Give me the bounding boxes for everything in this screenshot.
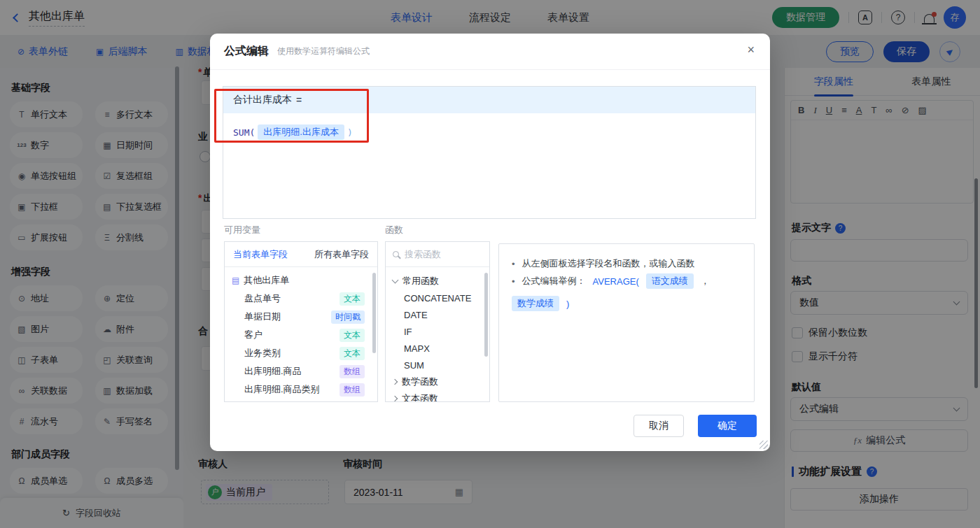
function-group-text[interactable]: 文本函数 [386,390,489,402]
variable-row[interactable]: 业务类别文本 [225,344,377,362]
cancel-button[interactable]: 取消 [634,415,684,437]
function-name: DATE [404,310,428,320]
tab-all-form-fields[interactable]: 所有表单字段 [314,248,369,261]
type-badge: 数组 [340,383,365,397]
variable-name: 客户 [244,329,262,341]
function-name: IF [404,327,412,337]
help-line-2: 公式编辑举例：AVERAGE(语文成绩，数学成绩) [512,273,741,311]
function-name: MAPX [404,343,430,354]
variable-row[interactable]: 盘点单号文本 [225,290,377,308]
help-line-1: 从左侧面板选择字段名和函数，或输入函数 [512,254,741,273]
tree-root-row[interactable]: ▤ 其他出库单 [225,271,377,290]
variable-row[interactable]: 出库明细.商品数组 [225,362,377,380]
variable-name: 出库明细.商品类别 [244,383,320,396]
type-badge: 时间戳 [331,311,365,324]
formula-function-open: SUM( [233,127,255,138]
confirm-button[interactable]: 确定 [698,415,757,437]
function-name: SUM [404,360,424,371]
group-label: 数学函数 [402,376,438,388]
close-icon[interactable]: × [747,43,755,56]
functions-tree: 常用函数 CONCATENATE DATE IF MAPX SUM 数学函数 文… [386,267,489,402]
type-badge: 数组 [340,365,365,378]
variables-tabs: 当前表单字段 所有表单字段 [225,242,377,267]
variables-scrollbar[interactable] [372,273,376,353]
formula-target-field: 合计出库成本 [233,94,292,106]
function-group-common[interactable]: 常用函数 [386,273,489,290]
formula-help-panel: 从左侧面板选择字段名和函数，或输入函数 公式编辑举例：AVERAGE(语文成绩，… [498,243,755,402]
variable-row[interactable]: 出库明细.商品类别数组 [225,380,377,399]
function-item[interactable]: MAPX [386,340,489,357]
group-label: 文本函数 [402,392,438,402]
type-badge: 文本 [340,347,365,360]
search-icon [393,251,399,257]
dialog-header: 公式编辑 使用数学运算符编辑公式 [210,34,770,70]
equals-sign: = [296,94,302,106]
function-group-math[interactable]: 数学函数 [386,373,489,390]
formula-expression[interactable]: SUM( 出库明细.出库成本 ) [223,113,755,151]
variable-name: 出库明细.商品 [244,365,302,378]
formula-editor[interactable]: 合计出库成本 = SUM( 出库明细.出库成本 ) [223,86,756,219]
function-name: CONCATENATE [404,293,471,304]
dialog-title: 公式编辑 [224,44,269,59]
type-badge: 文本 [340,292,365,306]
functions-scrollbar[interactable] [484,273,488,357]
function-item[interactable]: IF [386,323,489,340]
variable-name: 业务类别 [244,347,281,359]
variable-row[interactable]: 单据日期时间戳 [225,308,377,326]
formula-target-row: 合计出库成本 = [223,87,755,113]
function-search-input[interactable] [405,249,475,259]
formula-edit-dialog: 公式编辑 使用数学运算符编辑公式 × 合计出库成本 = SUM( 出库明细.出库… [210,34,770,451]
group-label: 常用函数 [402,275,439,287]
tree-root-label: 其他出库单 [244,274,289,287]
formula-field-token[interactable]: 出库明细.出库成本 [258,124,344,140]
variables-tree: ▤ 其他出库单 盘点单号文本 单据日期时间戳 客户文本 业务类别文本 出库明细.… [225,267,377,399]
function-search[interactable] [386,242,489,267]
functions-panel: 常用函数 CONCATENATE DATE IF MAPX SUM 数学函数 文… [385,241,490,402]
formula-function-close: ) [347,127,353,138]
variables-section-label: 可用变量 [224,224,260,236]
dialog-subtitle: 使用数学运算符编辑公式 [277,45,370,57]
function-item[interactable]: SUM [386,357,489,373]
example-chip-1: 语文成绩 [646,273,694,289]
functions-section-label: 函数 [385,224,403,236]
function-item[interactable]: CONCATENATE [386,290,489,306]
chevron-right-icon [392,396,398,401]
chevron-right-icon [392,379,398,385]
tab-current-form-fields[interactable]: 当前表单字段 [233,248,288,261]
variables-panel: 当前表单字段 所有表单字段 ▤ 其他出库单 盘点单号文本 单据日期时间戳 客户文… [224,241,378,402]
type-badge: 文本 [340,329,365,342]
variable-row[interactable]: 客户文本 [225,326,377,344]
example-chip-2: 数学成绩 [512,296,559,311]
variable-name: 单据日期 [244,311,281,323]
example-function: AVERAGE( [593,276,639,287]
form-doc-icon: ▤ [232,276,239,285]
variable-name: 盘点单号 [244,292,281,305]
function-item[interactable]: DATE [386,306,489,323]
chevron-down-icon [392,277,399,284]
